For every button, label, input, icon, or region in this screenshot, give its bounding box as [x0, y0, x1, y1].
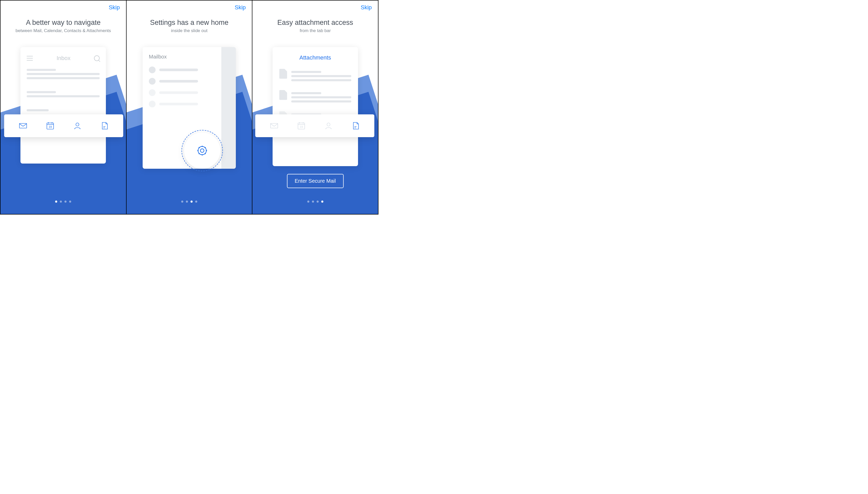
headline-block: Easy attachment access from the tab bar [252, 19, 378, 33]
tab-bar: 19 [4, 114, 123, 137]
page-dot [64, 201, 67, 203]
headline-block: A better way to navigate between Mail, C… [1, 19, 126, 33]
attachments-icon[interactable] [100, 121, 109, 130]
tab-bar: 19 [255, 114, 374, 137]
attachments-icon[interactable] [351, 121, 360, 130]
page-dot [307, 201, 309, 203]
page-dot [186, 201, 188, 203]
page-dot [321, 201, 323, 203]
file-icon [279, 90, 287, 100]
svg-text:19: 19 [49, 125, 52, 128]
page-dot [69, 201, 71, 203]
inbox-card-mock: Inbox [20, 47, 106, 164]
svg-rect-11 [270, 124, 278, 128]
headline-title: Settings has a new home [127, 19, 252, 27]
inbox-label: Inbox [33, 55, 94, 62]
page-dot [181, 201, 183, 203]
contacts-icon[interactable] [324, 121, 333, 130]
onboarding-panel-2: Skip Settings has a new home inside the … [127, 1, 253, 214]
contacts-icon[interactable] [73, 121, 82, 130]
onboarding-panel-1: Skip A better way to navigate between Ma… [1, 1, 127, 214]
attachments-label: Attachments [279, 54, 351, 61]
headline-subtitle: between Mail, Calendar, Contacts & Attac… [1, 28, 126, 33]
skip-button[interactable]: Skip [235, 4, 246, 11]
svg-point-17 [327, 123, 330, 126]
hamburger-icon [27, 56, 33, 60]
page-indicator [252, 201, 378, 203]
headline-block: Settings has a new home inside the slide… [127, 19, 252, 33]
mail-icon[interactable] [19, 121, 27, 130]
search-icon [94, 55, 100, 61]
slideout-edge [221, 47, 236, 169]
page-dot [312, 201, 314, 203]
skip-button[interactable]: Skip [109, 4, 120, 11]
enter-secure-mail-button[interactable]: Enter Secure Mail [287, 174, 343, 188]
skip-button[interactable]: Skip [361, 4, 372, 11]
calendar-icon[interactable]: 19 [46, 121, 55, 130]
svg-point-9 [200, 149, 204, 152]
onboarding-panel-3: Skip Easy attachment access from the tab… [252, 1, 378, 214]
svg-point-10 [198, 147, 206, 155]
svg-rect-0 [19, 124, 27, 128]
gear-icon [195, 144, 209, 157]
page-dot [317, 201, 319, 203]
page-dot [60, 201, 62, 203]
page-dot [55, 201, 57, 203]
page-indicator [1, 201, 126, 203]
file-icon [279, 69, 287, 79]
page-dot [190, 201, 193, 203]
calendar-icon[interactable]: 19 [297, 121, 306, 130]
headline-subtitle: from the tab bar [252, 28, 378, 33]
mail-icon[interactable] [270, 121, 279, 130]
svg-text:19: 19 [300, 125, 303, 128]
page-indicator [127, 201, 252, 203]
headline-title: A better way to navigate [1, 19, 126, 27]
headline-title: Easy attachment access [252, 19, 378, 27]
attachments-card-mock: Attachments [272, 47, 358, 166]
mailbox-label: Mailbox [149, 54, 215, 60]
settings-button[interactable] [184, 133, 220, 169]
page-dot [195, 201, 197, 203]
svg-point-6 [76, 123, 79, 126]
headline-subtitle: inside the slide out [127, 28, 252, 33]
